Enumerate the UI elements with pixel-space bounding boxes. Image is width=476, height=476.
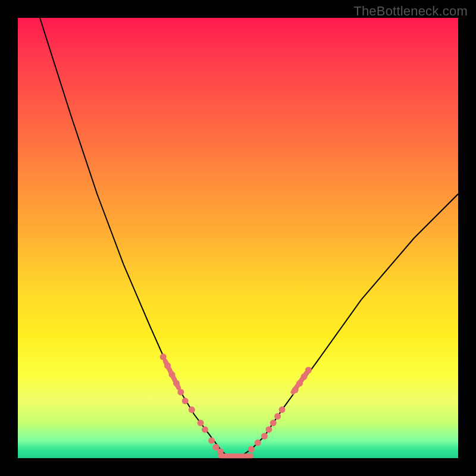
data-marker xyxy=(217,448,224,455)
bottleneck-curve xyxy=(40,18,458,458)
data-marker xyxy=(274,413,281,419)
data-marker xyxy=(164,362,171,369)
data-marker xyxy=(270,419,277,426)
data-marker xyxy=(279,406,286,413)
data-marker xyxy=(305,367,312,374)
data-marker xyxy=(208,437,215,444)
data-marker xyxy=(189,406,195,413)
attribution-label: TheBottleneck.com xyxy=(353,4,468,19)
data-marker xyxy=(292,387,299,393)
chart-canvas: TheBottleneck.com xyxy=(0,0,476,476)
data-marker xyxy=(177,389,184,396)
data-marker xyxy=(169,371,176,378)
chart-svg xyxy=(18,18,458,458)
data-marker xyxy=(248,446,255,453)
marker-group xyxy=(160,353,312,456)
data-marker xyxy=(198,419,204,426)
data-marker xyxy=(173,380,180,387)
data-marker xyxy=(202,426,208,433)
data-marker xyxy=(182,397,189,404)
data-marker xyxy=(296,380,303,387)
data-marker xyxy=(261,433,268,440)
plot-area xyxy=(18,18,458,458)
data-marker xyxy=(255,440,261,446)
data-marker xyxy=(265,426,272,433)
data-marker xyxy=(160,353,167,360)
data-marker xyxy=(301,374,308,380)
